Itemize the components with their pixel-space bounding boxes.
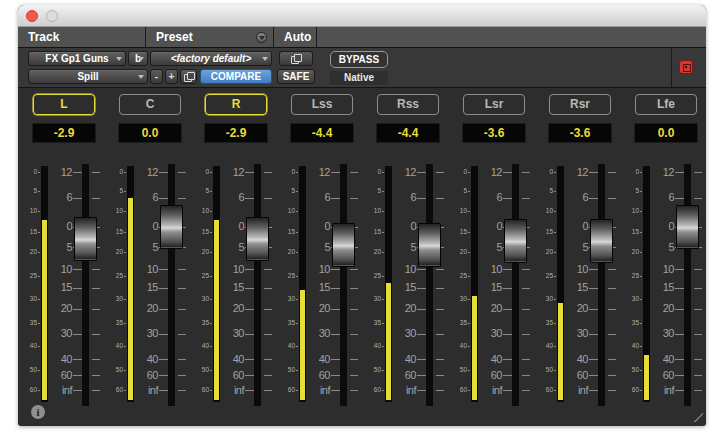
meter-scale-label: 40 <box>454 342 467 349</box>
spill-mode-dropdown[interactable]: Spill <box>28 69 148 84</box>
meter-tick <box>210 211 212 212</box>
level-meter <box>41 166 48 402</box>
fader-scale-label: 12 <box>480 166 502 178</box>
preset-previous-button[interactable]: - <box>150 69 163 84</box>
preset-copy-button[interactable] <box>180 69 197 84</box>
fader-scale-label: 0 <box>394 220 416 232</box>
channel-gain-readout[interactable]: -2.9 <box>32 123 96 143</box>
track-selector-dropdown[interactable]: FX Gp1 Guns <box>28 51 126 66</box>
auto-safe-button[interactable]: SAFE <box>277 69 315 84</box>
fader-scale-label: 30 <box>652 327 674 339</box>
meter-tick <box>124 232 126 233</box>
compare-button[interactable]: COMPARE <box>200 69 272 84</box>
track-section-label: Track <box>18 27 146 47</box>
fader-handle[interactable] <box>504 219 527 263</box>
fader-track[interactable] <box>684 164 691 406</box>
minimize-button[interactable] <box>46 10 58 22</box>
fader-scale-label: 5 <box>652 241 674 253</box>
fader-scale-label: inf <box>652 384 674 396</box>
fader-handle[interactable] <box>590 219 613 263</box>
fader-scale-label: 40 <box>394 353 416 365</box>
fader-tick-left <box>417 390 426 391</box>
meter-tick <box>382 276 384 277</box>
channel-gain-readout[interactable]: -3.6 <box>462 123 526 143</box>
bypass-button[interactable]: BYPASS <box>330 51 388 68</box>
channel-select-button[interactable]: C <box>119 94 181 115</box>
fader-scale-label: 10 <box>222 263 244 275</box>
meter-scale-label: 0 <box>454 168 467 175</box>
fader-scale-label: 20 <box>480 302 502 314</box>
fader-handle[interactable] <box>74 217 97 261</box>
meter-tick <box>382 346 384 347</box>
fader-track[interactable] <box>254 164 261 406</box>
preset-menu-icon[interactable] <box>256 32 267 43</box>
meter-scale-label: 5 <box>24 187 37 194</box>
meter-tick <box>468 191 470 192</box>
channel-select-button[interactable]: Lss <box>291 94 353 115</box>
fader-scale-label: inf <box>222 384 244 396</box>
channel-select-button[interactable]: L <box>33 94 95 115</box>
fader-handle[interactable] <box>418 223 441 267</box>
close-button[interactable] <box>26 10 38 22</box>
channel-select-button[interactable]: R <box>205 94 267 115</box>
fader-tick-left <box>417 198 426 199</box>
meter-tick <box>554 191 556 192</box>
resize-handle-icon[interactable] <box>694 413 703 422</box>
fader-handle[interactable] <box>332 223 355 267</box>
channel-select-button[interactable]: Rss <box>377 94 439 115</box>
fader-handle[interactable] <box>246 217 269 261</box>
channel-select-button[interactable]: Lfe <box>635 94 697 115</box>
meter-tick <box>640 211 642 212</box>
info-button[interactable]: i <box>31 405 45 419</box>
channel-gain-readout[interactable]: -2.9 <box>204 123 268 143</box>
meter-scale-label: 35 <box>368 319 381 326</box>
meter-tick <box>296 211 298 212</box>
fader-scale-label: 0 <box>308 220 330 232</box>
target-window-button[interactable] <box>679 60 693 74</box>
channel-cell: L -2.9 <box>24 94 104 143</box>
channel-select-button[interactable]: Rsr <box>549 94 611 115</box>
channel-cell: Lfe 0.0 <box>626 94 706 143</box>
channel-gain-readout[interactable]: 0.0 <box>118 123 182 143</box>
meter-scale-label: 25 <box>24 272 37 279</box>
fader-tick-right <box>92 359 100 360</box>
automation-enable-button[interactable] <box>279 51 313 66</box>
fader-track[interactable] <box>426 164 433 406</box>
fader-track[interactable] <box>82 164 89 406</box>
meter-scale-label: 10 <box>110 207 123 214</box>
fader-tick-right <box>436 288 444 289</box>
fader-tick-right <box>694 198 702 199</box>
meter-scale-label: 10 <box>282 207 295 214</box>
meter-scale-label: 10 <box>24 207 37 214</box>
fader-tick-right <box>178 334 186 335</box>
preset-next-button[interactable]: + <box>165 69 178 84</box>
channel-select-button[interactable]: Lsr <box>463 94 525 115</box>
meter-scale-label: 35 <box>282 319 295 326</box>
channel-gain-readout[interactable]: -4.4 <box>376 123 440 143</box>
fader-handle[interactable] <box>160 205 183 249</box>
meter-scale-label: 20 <box>110 248 123 255</box>
fader-tick-left <box>245 375 254 376</box>
fader-tick-left <box>331 359 340 360</box>
engine-format-label: Native <box>330 71 388 85</box>
channel-cell: R -2.9 <box>196 94 276 143</box>
fader-tick-left <box>245 288 254 289</box>
fader-tick-left <box>503 198 512 199</box>
meter-scale-label: 25 <box>368 272 381 279</box>
fader-track[interactable] <box>340 164 347 406</box>
channel-gain-readout[interactable]: -4.4 <box>290 123 354 143</box>
preset-selector-dropdown[interactable]: <factory default> <box>150 51 272 66</box>
fader-tick-right <box>608 172 616 173</box>
fader-handle[interactable] <box>676 205 699 249</box>
channel-gain-readout[interactable]: -3.6 <box>548 123 612 143</box>
fader-scale-label: 10 <box>50 263 72 275</box>
fader-track[interactable] <box>512 164 519 406</box>
fader-tick-right <box>178 269 186 270</box>
fader-tick-left <box>331 172 340 173</box>
fader-track[interactable] <box>168 164 175 406</box>
channel-gain-readout[interactable]: 0.0 <box>634 123 698 143</box>
fader-track[interactable] <box>598 164 605 406</box>
meter-tick <box>124 299 126 300</box>
fader-tick-left <box>245 390 254 391</box>
bus-selector-dropdown[interactable]: b <box>128 51 148 66</box>
